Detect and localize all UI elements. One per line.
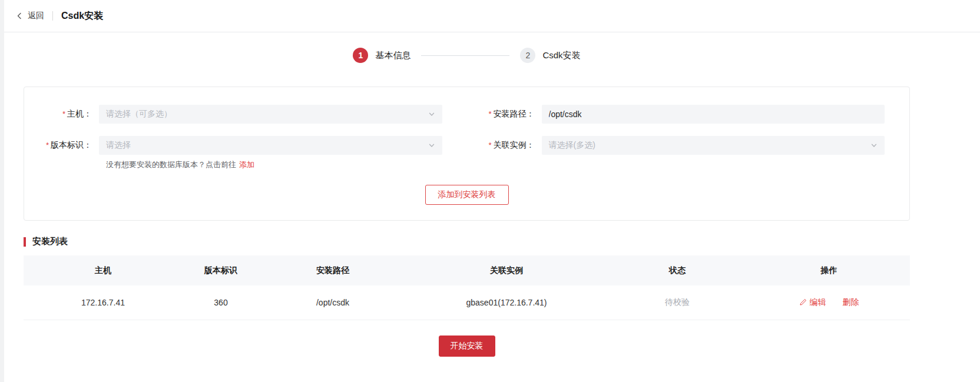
required-mark: * bbox=[46, 141, 49, 150]
install-list-title: 安装列表 bbox=[32, 236, 68, 247]
step-1-label: 基本信息 bbox=[375, 50, 410, 61]
host-field: *主机： 请选择（可多选） bbox=[24, 105, 467, 124]
page-left-edge bbox=[0, 0, 4, 382]
install-path-field: *安装路径： bbox=[467, 105, 910, 124]
page-title: Csdk安装 bbox=[61, 10, 103, 22]
add-to-install-list-button[interactable]: 添加到安装列表 bbox=[425, 185, 509, 205]
cell-instance: gbase01(172.16.7.41) bbox=[406, 285, 607, 320]
install-path-input[interactable] bbox=[542, 105, 885, 124]
cell-path: /opt/csdk bbox=[259, 285, 406, 320]
edit-button[interactable]: 编辑 bbox=[799, 297, 826, 308]
version-hint-add-link[interactable]: 添加 bbox=[239, 160, 254, 169]
instance-label: *关联实例： bbox=[467, 140, 542, 151]
install-path-label: *安装路径： bbox=[467, 109, 542, 119]
status-badge: 待校验 bbox=[607, 285, 748, 320]
chevron-left-icon bbox=[16, 12, 23, 19]
instance-select[interactable]: 请选择(多选) bbox=[542, 136, 885, 155]
version-field: *版本标识： 请选择 bbox=[24, 136, 467, 155]
required-mark: * bbox=[62, 109, 65, 118]
chevron-down-icon bbox=[870, 142, 878, 149]
header-divider bbox=[52, 11, 53, 21]
col-header-version: 版本标识 bbox=[183, 255, 259, 285]
step-wizard: 1 基本信息 2 Csdk安装 bbox=[24, 48, 910, 63]
step-csdk-install: 2 Csdk安装 bbox=[520, 48, 580, 63]
col-header-actions: 操作 bbox=[748, 255, 910, 285]
instance-placeholder: 请选择(多选) bbox=[549, 140, 871, 151]
table-header-row: 主机 版本标识 安装路径 关联实例 状态 操作 bbox=[24, 255, 910, 285]
col-header-path: 安装路径 bbox=[259, 255, 406, 285]
instance-field: *关联实例： 请选择(多选) bbox=[467, 136, 910, 155]
col-header-status: 状态 bbox=[607, 255, 748, 285]
table-row: 172.16.7.41 360 /opt/csdk gbase01(172.16… bbox=[24, 285, 910, 320]
col-header-host: 主机 bbox=[24, 255, 183, 285]
cell-actions: 编辑 删除 bbox=[748, 285, 910, 320]
basic-info-form-card: *主机： 请选择（可多选） *安装路径： *版本标识： bbox=[24, 87, 910, 221]
pencil-icon bbox=[799, 298, 807, 306]
delete-button[interactable]: 删除 bbox=[843, 297, 859, 308]
version-select[interactable]: 请选择 bbox=[99, 136, 442, 155]
step-2-label: Csdk安装 bbox=[542, 50, 580, 61]
back-button[interactable]: 返回 bbox=[16, 11, 44, 21]
chevron-down-icon bbox=[428, 142, 435, 149]
cell-version: 360 bbox=[183, 285, 259, 320]
version-hint-text: 没有想要安装的数据库版本？点击前往 bbox=[106, 160, 236, 169]
step-1-circle: 1 bbox=[353, 48, 368, 63]
host-label: *主机： bbox=[24, 109, 99, 119]
version-placeholder: 请选择 bbox=[106, 140, 428, 151]
cell-host: 172.16.7.41 bbox=[24, 285, 183, 320]
host-placeholder: 请选择（可多选） bbox=[106, 109, 428, 119]
step-basic-info: 1 基本信息 bbox=[353, 48, 410, 63]
required-mark: * bbox=[488, 141, 491, 150]
start-install-button[interactable]: 开始安装 bbox=[439, 336, 495, 357]
step-2-circle: 2 bbox=[520, 48, 535, 63]
back-label[interactable]: 返回 bbox=[28, 11, 44, 21]
version-hint: 没有想要安装的数据库版本？点击前往添加 bbox=[24, 160, 467, 170]
col-header-instance: 关联实例 bbox=[406, 255, 607, 285]
page-header: 返回 Csdk安装 bbox=[0, 0, 980, 32]
chevron-down-icon bbox=[428, 111, 435, 118]
install-list-section-header: 安装列表 bbox=[24, 236, 910, 247]
install-list-table: 主机 版本标识 安装路径 关联实例 状态 操作 172.16.7.41 360 … bbox=[24, 255, 910, 320]
version-label: *版本标识： bbox=[24, 140, 99, 151]
host-select[interactable]: 请选择（可多选） bbox=[99, 105, 442, 124]
section-accent-bar bbox=[24, 237, 26, 247]
step-connector-line bbox=[421, 55, 509, 56]
required-mark: * bbox=[488, 109, 491, 118]
